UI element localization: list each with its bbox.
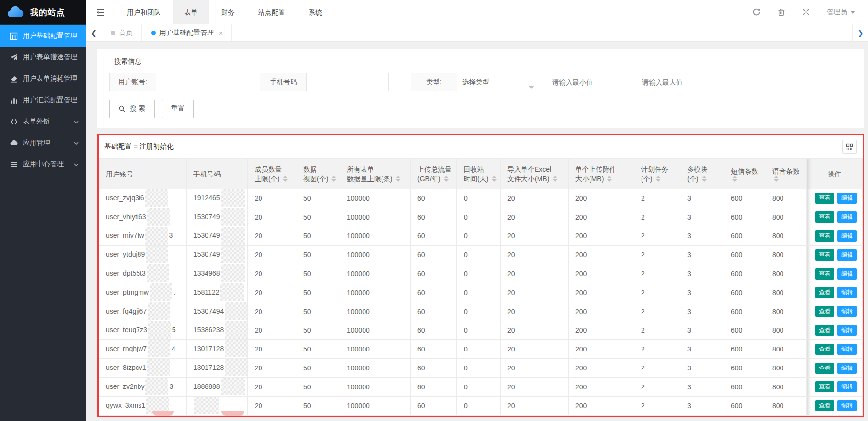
sort-icon[interactable]	[774, 176, 779, 182]
column-header-multi_module[interactable]: 多模块(个)	[680, 159, 724, 189]
edit-button[interactable]: 编辑	[837, 211, 857, 223]
phone-text: 1530749	[193, 231, 220, 239]
sort-icon[interactable]	[444, 176, 449, 182]
tabs-scroll-left-button[interactable]: ❮	[86, 24, 102, 41]
column-settings-button[interactable]	[842, 140, 857, 154]
cell-data_views: 50	[296, 321, 340, 340]
sidebar-item-user-form-consume[interactable]: 用户表单消耗管理	[0, 68, 86, 89]
sort-icon[interactable]	[732, 176, 737, 182]
edit-button[interactable]: 编辑	[837, 363, 857, 374]
view-button[interactable]: 查看	[815, 268, 834, 280]
cell-voice_count: 800	[765, 208, 807, 227]
sidebar-item-app-center-manage[interactable]: 应用中心管理	[0, 154, 86, 175]
cell-actions: 查看编辑	[807, 302, 863, 321]
column-header-excel_size[interactable]: 导入单个Excel文件大小(MB)	[501, 159, 569, 189]
view-button[interactable]: 查看	[815, 325, 834, 336]
sidebar-item-user-summary-config[interactable]: 用户汇总配置管理	[0, 89, 86, 111]
table-row: user_teug7z35153862382050100000600202002…	[99, 321, 863, 340]
column-header-data_views[interactable]: 数据视图(个)	[296, 159, 340, 189]
cell-form_data_cap: 100000	[340, 321, 411, 340]
view-button[interactable]: 查看	[815, 249, 834, 261]
max-value-input[interactable]	[637, 73, 719, 91]
sidebar-item-user-form-gift[interactable]: 用户表单赠送管理	[0, 47, 86, 68]
sort-icon[interactable]	[607, 176, 612, 182]
column-header-recycle_days[interactable]: 回收站时间(天)	[457, 159, 501, 189]
sort-asc-icon	[607, 176, 612, 178]
view-button[interactable]: 查看	[815, 287, 834, 298]
phone-text: 13017128	[193, 364, 224, 371]
table-wrap: 用户账号手机号码成员数量上限(个)数据视图(个)所有表单数据量上限(条)上传总流…	[99, 158, 863, 416]
sort-icon[interactable]	[492, 176, 497, 182]
topnav-item-site-config[interactable]: 站点配置	[246, 0, 297, 24]
edit-button[interactable]: 编辑	[837, 325, 857, 336]
tab-home[interactable]: 首页	[102, 24, 142, 41]
sidebar-collapse-button[interactable]	[86, 0, 115, 24]
column-header-sms_count[interactable]: 短信条数	[724, 159, 765, 189]
cell-attach_size: 200	[569, 227, 634, 246]
cell-multi_module: 3	[680, 359, 724, 378]
search-panel: 搜索信息 用户账号: 手机号码 类型: 选择类型	[97, 49, 864, 128]
sort-icon[interactable]	[702, 176, 707, 182]
cell-attach_size: 200	[569, 302, 634, 321]
cell-voice_count: 800	[765, 246, 807, 264]
cell-plan_tasks: 2	[634, 227, 680, 246]
view-button[interactable]: 查看	[815, 400, 834, 411]
type-select[interactable]: 选择类型	[457, 73, 539, 91]
cell-sms_count: 600	[724, 189, 765, 208]
topnav-item-forms[interactable]: 表单	[173, 0, 209, 24]
sort-icon[interactable]	[396, 176, 400, 182]
sort-icon[interactable]	[283, 176, 288, 182]
trash-icon[interactable]	[777, 8, 785, 16]
view-button[interactable]: 查看	[815, 381, 834, 392]
topnav-item-finance[interactable]: 财务	[209, 0, 246, 24]
sidebar-item-app-manage[interactable]: 应用管理	[0, 132, 86, 154]
column-header-label: 导入单个Excel	[507, 164, 561, 174]
cell-account: user_vhiyti63	[99, 208, 187, 227]
table-title: 基础配置 = 注册初始化	[104, 142, 174, 151]
column-header-sub-label: (个)	[641, 174, 652, 184]
refresh-icon[interactable]	[752, 8, 761, 16]
sort-icon[interactable]	[553, 176, 557, 182]
sort-asc-icon	[492, 176, 497, 178]
sort-icon[interactable]	[331, 176, 336, 182]
edit-button[interactable]: 编辑	[837, 344, 857, 355]
logo-bar[interactable]: 我的站点	[0, 0, 86, 24]
view-button[interactable]: 查看	[815, 306, 834, 317]
topnav-item-users-team[interactable]: 用户和团队	[115, 0, 173, 24]
edit-button[interactable]: 编辑	[837, 193, 857, 204]
column-header-attach_size[interactable]: 单个上传附件大小(MB)	[569, 159, 634, 189]
reset-button[interactable]: 重置	[162, 100, 194, 118]
view-button[interactable]: 查看	[815, 193, 834, 204]
edit-button[interactable]: 编辑	[837, 249, 857, 261]
view-button[interactable]: 查看	[815, 230, 834, 242]
tabs-scroll-right-button[interactable]: ❯	[852, 24, 868, 41]
edit-button[interactable]: 编辑	[837, 268, 857, 280]
view-button[interactable]: 查看	[815, 211, 834, 223]
topnav-item-system[interactable]: 系统	[297, 0, 334, 24]
view-button[interactable]: 查看	[815, 344, 834, 355]
redacted-account	[148, 321, 171, 339]
edit-button[interactable]: 编辑	[837, 381, 857, 392]
tab-close-icon[interactable]: ×	[219, 29, 223, 37]
account-input[interactable]	[156, 73, 238, 91]
sidebar-item-user-base-config[interactable]: 用户基础配置管理	[0, 25, 86, 47]
edit-button[interactable]: 编辑	[837, 306, 857, 317]
view-button[interactable]: 查看	[815, 363, 834, 374]
tab-user-base-config[interactable]: 用户基础配置管理×	[142, 24, 232, 41]
fullscreen-icon[interactable]	[802, 8, 810, 16]
column-header-voice_count[interactable]: 语音条数	[765, 159, 807, 189]
sort-icon[interactable]	[656, 176, 660, 182]
column-header-form_data_cap[interactable]: 所有表单数据量上限(条)	[340, 159, 411, 189]
edit-button[interactable]: 编辑	[837, 400, 857, 411]
edit-button[interactable]: 编辑	[837, 230, 857, 242]
phone-input[interactable]	[306, 73, 389, 91]
column-header-member_limit[interactable]: 成员数量上限(个)	[248, 159, 296, 189]
column-header-plan_tasks[interactable]: 计划任务(个)	[634, 159, 680, 189]
user-menu[interactable]: 管理员	[827, 8, 855, 17]
min-value-input[interactable]	[547, 73, 629, 91]
column-header-upload_traffic[interactable]: 上传总流量(GB/年)	[411, 159, 457, 189]
edit-button[interactable]: 编辑	[837, 287, 857, 298]
sidebar-item-form-external-link[interactable]: 表单外链	[0, 111, 86, 132]
account-suffix: 3	[169, 231, 173, 239]
search-button[interactable]: 搜 索	[109, 100, 155, 118]
